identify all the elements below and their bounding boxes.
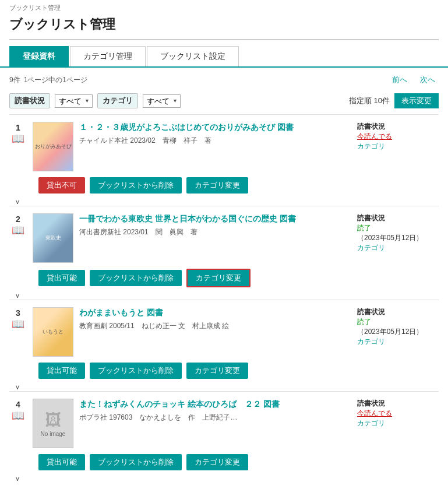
book-info-4: また！ねずみくんのチョッキ 絵本のひろば ２２ 図書 ポプラ社 197603 な… xyxy=(79,399,351,423)
cover-image-1: おりがみあそび xyxy=(33,122,73,171)
book-title-4[interactable]: また！ねずみくんのチョッキ 絵本のひろば ２２ 図書 xyxy=(79,399,351,410)
book-icon-1: 📖 xyxy=(12,132,24,145)
book-actions-2: 貸出可能 ブックリストから削除 カテゴリ変更 xyxy=(9,263,439,292)
reading-status-value-4: 今読んでる xyxy=(357,409,439,418)
book-row-1: 1 📖 おりがみあそび １・２・３歳児がよろこぶはじめてのおりがみあそび 図書 … xyxy=(9,122,439,171)
display-change-button[interactable]: 表示変更 xyxy=(394,93,439,108)
expand-row-3: ∨ xyxy=(9,384,439,391)
category-btn-2[interactable]: カテゴリ変更 xyxy=(186,269,251,287)
book-number-4: 4 xyxy=(12,400,24,409)
category-value-label-1: カテゴリ xyxy=(357,142,439,152)
category-select-wrap: すべて xyxy=(143,94,181,108)
book-meta-3: 教育画劇 2005/11 ねじめ正一 文 村上康成 絵 xyxy=(79,321,351,331)
reading-status-label-4: 読書状況 xyxy=(357,399,439,409)
breadcrumb: ブックリスト管理 xyxy=(0,0,448,13)
book-icon-4: 📖 xyxy=(12,409,24,422)
category-value-label-4: カテゴリ xyxy=(357,418,439,428)
expand-btn-1[interactable]: ∨ xyxy=(15,198,20,206)
book-status-4: 読書状況 今読んでる カテゴリ xyxy=(357,399,439,428)
book-status-1: 読書状況 今読んでる カテゴリ xyxy=(357,122,439,152)
next-button[interactable]: 次へ xyxy=(417,73,439,86)
category-btn-3[interactable]: カテゴリ変更 xyxy=(186,363,248,379)
book-row-2: 2 📖 東欧史 一冊でわかる東欧史 世界と日本がわかる国ぐにの歴史 図書 河出書… xyxy=(9,213,439,263)
loan-status-btn-2[interactable]: 貸出可能 xyxy=(38,270,85,286)
expand-btn-2[interactable]: ∨ xyxy=(15,292,20,300)
filter-bar: 読書状況 すべて カテゴリ すべて 指定順 10件 表示変更 xyxy=(0,90,448,114)
tabs-bar: 登録資料 カテゴリ管理 ブックリスト設定 xyxy=(0,40,448,68)
status-filter-label: 読書状況 xyxy=(9,93,50,108)
reading-status-label-1: 読書状況 xyxy=(357,122,439,132)
book-meta-2: 河出書房新社 2023/01 関 眞興 著 xyxy=(79,227,351,237)
reading-status-label-3: 読書状況 xyxy=(357,307,439,317)
book-item-4: 4 📖 🖼 No image また！ねずみくんのチョッキ 絵本のひろば ２２ 図… xyxy=(9,391,439,483)
book-info-1: １・２・３歳児がよろこぶはじめてのおりがみあそび 図書 チャイルド本社 2023… xyxy=(79,122,351,146)
book-title-3[interactable]: わがままいもうと 図書 xyxy=(79,307,351,319)
expand-row-4: ∨ xyxy=(9,475,439,483)
loan-status-btn-1[interactable]: 貸出不可 xyxy=(38,177,85,194)
category-btn-4[interactable]: カテゴリ変更 xyxy=(186,454,248,470)
book-cover-2: 東欧史 xyxy=(33,213,73,263)
expand-btn-3[interactable]: ∨ xyxy=(15,384,20,391)
filter-right: 指定順 10件 表示変更 xyxy=(349,93,439,108)
expand-row-2: ∨ xyxy=(9,292,439,300)
book-icon-2: 📖 xyxy=(12,224,24,237)
book-actions-3: 貸出可能 ブックリストから削除 カテゴリ変更 xyxy=(9,357,439,384)
book-status-2: 読書状況 読了 （2023年05月12日） カテゴリ xyxy=(357,213,439,253)
book-number-1: 1 xyxy=(12,123,24,132)
delete-btn-4[interactable]: ブックリストから削除 xyxy=(90,454,182,470)
tab-settings[interactable]: ブックリスト設定 xyxy=(147,46,239,66)
book-status-3: 読書状況 読了 （2023年05月12日） カテゴリ xyxy=(357,307,439,347)
item-count: 9件 xyxy=(9,75,20,85)
page-info: 1ページ中の1ページ xyxy=(24,75,87,85)
book-cover-1: おりがみあそび xyxy=(33,122,73,171)
book-info-2: 一冊でわかる東欧史 世界と日本がわかる国ぐにの歴史 図書 河出書房新社 2023… xyxy=(79,213,351,237)
book-meta-1: チャイルド本社 2023/02 青柳 祥子 著 xyxy=(79,136,351,146)
tab-category[interactable]: カテゴリ管理 xyxy=(70,46,146,66)
page-title: ブックリスト管理 xyxy=(0,13,448,39)
book-title-1[interactable]: １・２・３歳児がよろこぶはじめてのおりがみあそび 図書 xyxy=(79,122,351,133)
book-number-2: 2 xyxy=(12,214,24,224)
loan-status-btn-4[interactable]: 貸出可能 xyxy=(38,454,85,470)
category-filter-label: カテゴリ xyxy=(97,93,138,108)
book-meta-4: ポプラ社 197603 なかえよしを 作 上野紀子… xyxy=(79,413,351,423)
book-cover-4: 🖼 No image xyxy=(33,399,73,448)
book-row-3: 3 📖 いもうと わがままいもうと 図書 教育画劇 2005/11 ねじめ正一 … xyxy=(9,307,439,357)
book-actions-1: 貸出不可 ブックリストから削除 カテゴリ変更 xyxy=(9,171,439,198)
reading-status-label-2: 読書状況 xyxy=(357,213,439,223)
book-cover-3: いもうと xyxy=(33,307,73,357)
book-actions-4: 貸出可能 ブックリストから削除 カテゴリ変更 xyxy=(9,448,439,475)
order-info: 指定順 10件 xyxy=(349,96,390,106)
reading-status-extra-2: （2023年05月12日） xyxy=(357,233,439,243)
category-btn-1[interactable]: カテゴリ変更 xyxy=(186,177,248,194)
book-title-2[interactable]: 一冊でわかる東欧史 世界と日本がわかる国ぐにの歴史 図書 xyxy=(79,213,351,225)
expand-row-1: ∨ xyxy=(9,198,439,206)
book-number-3: 3 xyxy=(12,308,24,318)
delete-btn-2[interactable]: ブックリストから削除 xyxy=(90,270,182,286)
book-item-3: 3 📖 いもうと わがままいもうと 図書 教育画劇 2005/11 ねじめ正一 … xyxy=(9,300,439,391)
no-image-icon-4: 🖼 xyxy=(45,410,61,430)
status-select-wrap: すべて xyxy=(55,94,93,108)
toolbar: 9件 1ページ中の1ページ 前へ 次へ xyxy=(0,68,448,90)
loan-status-btn-3[interactable]: 貸出可能 xyxy=(38,363,85,379)
status-select[interactable]: すべて xyxy=(55,94,93,108)
book-icon-3: 📖 xyxy=(12,318,24,330)
category-select[interactable]: すべて xyxy=(143,94,181,108)
prev-button[interactable]: 前へ xyxy=(389,73,411,86)
delete-btn-3[interactable]: ブックリストから削除 xyxy=(90,363,182,379)
category-value-label-2: カテゴリ xyxy=(357,243,439,253)
delete-btn-1[interactable]: ブックリストから削除 xyxy=(90,177,182,194)
toolbar-left: 9件 1ページ中の1ページ xyxy=(9,75,87,85)
book-item-2: 2 📖 東欧史 一冊でわかる東欧史 世界と日本がわかる国ぐにの歴史 図書 河出書… xyxy=(9,206,439,300)
book-item-1: 1 📖 おりがみあそび １・２・３歳児がよろこぶはじめてのおりがみあそび 図書 … xyxy=(9,114,439,206)
reading-status-value-1: 今読んでる xyxy=(357,132,439,142)
book-list: 1 📖 おりがみあそび １・２・３歳児がよろこぶはじめてのおりがみあそび 図書 … xyxy=(0,114,448,483)
book-row-4: 4 📖 🖼 No image また！ねずみくんのチョッキ 絵本のひろば ２２ 図… xyxy=(9,399,439,448)
cover-image-3: いもうと xyxy=(33,308,73,356)
cover-image-2: 東欧史 xyxy=(33,214,73,262)
expand-btn-4[interactable]: ∨ xyxy=(15,475,20,483)
reading-status-value-2: 読了 xyxy=(357,223,439,233)
tab-registered[interactable]: 登録資料 xyxy=(9,46,69,66)
toolbar-right: 前へ 次へ xyxy=(389,73,439,86)
reading-status-extra-3: （2023年05月12日） xyxy=(357,327,439,337)
reading-status-value-3: 読了 xyxy=(357,317,439,327)
